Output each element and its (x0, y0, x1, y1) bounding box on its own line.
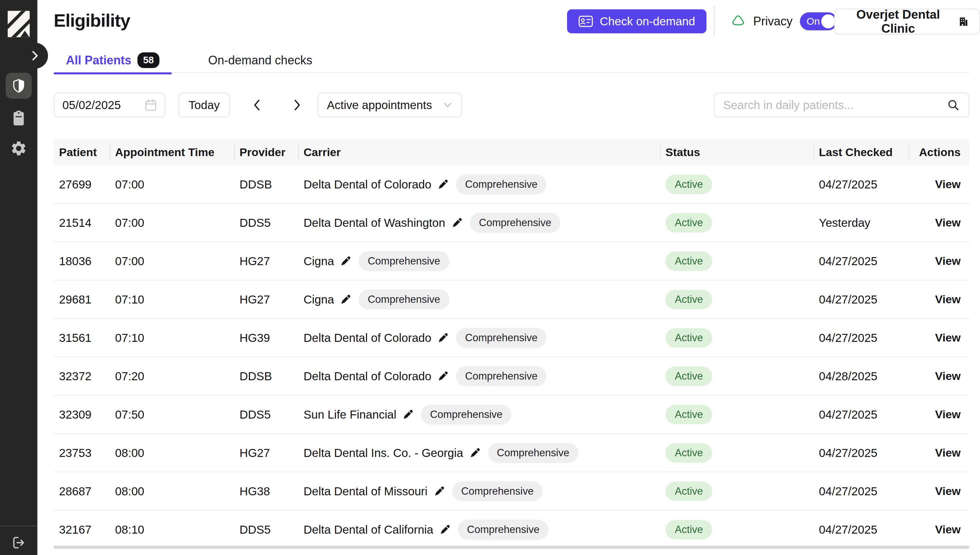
appointment-time: 08:10 (110, 511, 234, 548)
today-button[interactable]: Today (178, 93, 230, 117)
search-icon[interactable] (946, 98, 960, 112)
provider-code: HG39 (234, 319, 298, 356)
carrier-cell: Delta Dental of Missouri Comprehensive (298, 472, 660, 510)
view-button[interactable]: View (935, 446, 961, 459)
patient-id: 29681 (54, 281, 110, 318)
col-appointment-time: Appointment Time (110, 139, 234, 165)
status-cell: Active (660, 319, 813, 356)
sidebar-expand-button[interactable] (22, 43, 48, 69)
tab-on-demand-checks[interactable]: On-demand checks (208, 47, 312, 73)
view-button[interactable]: View (935, 370, 961, 383)
appointments-filter-dropdown[interactable]: Active appointments (318, 93, 462, 117)
building-icon (958, 15, 969, 28)
patients-table: Patient Appointment Time Provider Carrie… (54, 139, 969, 549)
patient-id: 32167 (54, 511, 110, 548)
view-button[interactable]: View (935, 293, 961, 306)
carrier-name: Delta Dental of Colorado (303, 370, 431, 383)
plan-badge: Comprehensive (470, 213, 560, 233)
date-picker[interactable]: 05/02/2025 (54, 93, 165, 117)
carrier-name: Delta Dental of Colorado (303, 331, 431, 345)
provider-code: HG27 (234, 242, 298, 280)
table-row: 18036 07:00 HG27 Cigna Comprehensive Act… (54, 242, 969, 281)
status-cell: Active (660, 357, 813, 395)
tab-all-patients[interactable]: All Patients 58 (54, 47, 172, 73)
status-badge: Active (666, 482, 712, 501)
chevron-left-icon (252, 98, 262, 112)
col-actions: Actions (909, 139, 969, 165)
plan-badge: Comprehensive (488, 443, 578, 463)
plan-badge: Comprehensive (456, 328, 546, 348)
carrier-name: Delta Dental Ins. Co. - Georgia (303, 446, 463, 460)
chevron-down-icon (443, 102, 452, 108)
view-button[interactable]: View (935, 216, 961, 229)
status-badge: Active (666, 290, 712, 309)
view-button[interactable]: View (935, 523, 961, 536)
carrier-name: Delta Dental of Missouri (303, 484, 428, 498)
edit-carrier-icon[interactable] (434, 486, 445, 497)
actions-cell: View (909, 319, 969, 356)
view-button[interactable]: View (935, 331, 961, 344)
patient-id: 31561 (54, 319, 110, 356)
patient-id: 32309 (54, 396, 110, 433)
sidebar-item-settings[interactable] (6, 135, 32, 162)
col-carrier: Carrier (298, 139, 660, 165)
logout-icon (11, 535, 26, 550)
next-day-button[interactable] (285, 93, 310, 117)
last-checked: 04/27/2025 (813, 281, 909, 318)
status-badge: Active (666, 175, 712, 194)
status-badge: Active (666, 405, 712, 424)
carrier-name: Cigna (303, 255, 334, 268)
header-divider (714, 6, 714, 37)
search-input[interactable] (723, 98, 937, 112)
provider-code: DDS5 (234, 396, 298, 433)
id-card-icon (578, 16, 593, 27)
actions-cell: View (909, 396, 969, 433)
chevron-right-icon (31, 49, 39, 63)
status-cell: Active (660, 281, 813, 318)
carrier-cell: Delta Dental of Colorado Comprehensive (298, 165, 660, 203)
actions-cell: View (909, 281, 969, 318)
appointment-time: 08:00 (110, 434, 234, 472)
clinic-name: Overjet Dental Clinic (845, 8, 951, 36)
provider-code: DDS5 (234, 204, 298, 242)
edit-carrier-icon[interactable] (437, 332, 449, 343)
logout-button[interactable] (6, 530, 32, 555)
patient-id: 32372 (54, 357, 110, 395)
check-on-demand-button[interactable]: Check on-demand (567, 9, 706, 34)
view-button[interactable]: View (935, 255, 961, 268)
patient-id: 18036 (54, 242, 110, 280)
sidebar-item-checks[interactable] (6, 105, 32, 132)
edit-carrier-icon[interactable] (340, 294, 351, 305)
edit-carrier-icon[interactable] (340, 255, 351, 267)
sidebar-item-eligibility[interactable] (6, 73, 32, 99)
carrier-name: Cigna (303, 293, 334, 306)
today-label: Today (188, 98, 220, 112)
plan-badge: Comprehensive (456, 366, 546, 386)
clinic-selector-button[interactable]: Overjet Dental Clinic (834, 9, 980, 35)
edit-carrier-icon[interactable] (402, 409, 414, 420)
edit-carrier-icon[interactable] (437, 179, 449, 190)
last-checked: Yesterday (813, 204, 909, 242)
previous-day-button[interactable] (244, 93, 269, 117)
filter-bar: 05/02/2025 Today Active appointments (54, 93, 969, 117)
table-row: 27699 07:00 DDSB Delta Dental of Colorad… (54, 165, 969, 204)
actions-cell: View (909, 434, 969, 472)
table-row: 32167 08:10 DDS5 Delta Dental of Califor… (54, 511, 969, 549)
horizontal-scrollbar[interactable] (54, 546, 969, 549)
status-cell: Active (660, 472, 813, 510)
patient-id: 27699 (54, 165, 110, 203)
actions-cell: View (909, 511, 969, 548)
view-button[interactable]: View (935, 484, 961, 498)
view-button[interactable]: View (935, 178, 961, 191)
view-button[interactable]: View (935, 408, 961, 421)
date-value: 05/02/2025 (63, 98, 121, 112)
page-title: Eligibility (54, 10, 130, 30)
edit-carrier-icon[interactable] (469, 447, 481, 459)
last-checked: 04/27/2025 (813, 242, 909, 280)
last-checked: 04/27/2025 (813, 472, 909, 510)
privacy-toggle[interactable]: On (800, 12, 837, 30)
provider-code: DDSB (234, 357, 298, 395)
edit-carrier-icon[interactable] (439, 524, 451, 535)
edit-carrier-icon[interactable] (437, 371, 449, 382)
edit-carrier-icon[interactable] (451, 217, 463, 228)
